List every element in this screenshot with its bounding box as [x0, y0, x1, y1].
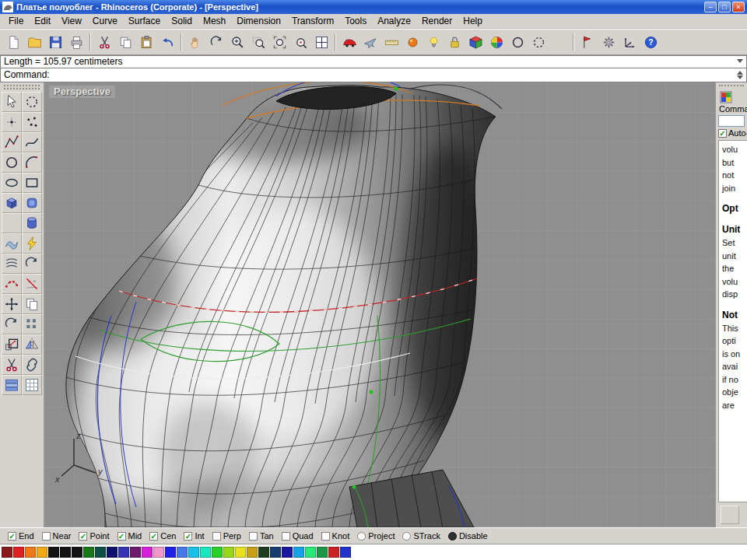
print-button[interactable] — [66, 32, 86, 52]
tool-grid-button[interactable] — [22, 375, 42, 395]
command-help-search-input[interactable] — [718, 115, 745, 127]
osnap-point-checkbox[interactable] — [79, 532, 87, 541]
palette-color[interactable] — [118, 547, 129, 558]
osnap-cen-checkbox[interactable] — [149, 532, 158, 541]
toolbar-drag-grip[interactable] — [4, 85, 40, 89]
flag-button[interactable] — [577, 32, 598, 52]
dashed-circle-button[interactable] — [528, 32, 549, 52]
menu-item-curve[interactable]: Curve — [87, 14, 123, 28]
tool-select-button[interactable] — [2, 92, 22, 112]
options-button[interactable] — [598, 32, 619, 52]
palette-color[interactable] — [247, 547, 258, 558]
spinner-up-icon[interactable] — [737, 71, 743, 75]
help-content[interactable]: volu but not join Opt Unit Set unit the … — [718, 140, 747, 502]
osnap-tan-checkbox[interactable] — [249, 532, 258, 541]
palette-color[interactable] — [107, 547, 117, 558]
undo-button[interactable] — [157, 32, 177, 52]
palette-color[interactable] — [188, 547, 199, 558]
menu-item-analyze[interactable]: Analyze — [372, 14, 416, 28]
menu-item-render[interactable]: Render — [416, 14, 458, 28]
render-preview-button[interactable] — [402, 32, 423, 52]
perspective-viewport[interactable]: z y x Perspective — [44, 82, 715, 527]
tool-points-button[interactable] — [22, 112, 42, 132]
menu-item-surface[interactable]: Surface — [123, 14, 166, 28]
tool-array-button[interactable] — [22, 314, 42, 334]
ruler-button[interactable] — [381, 32, 402, 52]
menu-item-help[interactable]: Help — [458, 14, 488, 28]
menu-item-transform[interactable]: Transform — [286, 14, 339, 28]
tool-circle-button[interactable] — [2, 152, 22, 173]
lock-button[interactable] — [444, 32, 465, 52]
palette-color[interactable] — [95, 547, 106, 558]
cut-button[interactable] — [94, 32, 114, 52]
tool-ellipse-button[interactable] — [2, 173, 22, 193]
palette-color[interactable] — [83, 547, 94, 558]
tool-box-button[interactable] — [2, 193, 22, 213]
titlebar[interactable]: Платье полуоблег - Rhinoceros (Corporate… — [0, 0, 747, 14]
copy-button[interactable] — [115, 32, 135, 52]
menu-item-solid[interactable]: Solid — [166, 14, 198, 28]
pan-button[interactable] — [185, 32, 205, 52]
menu-item-file[interactable]: File — [3, 14, 29, 28]
osnap-project[interactable]: Project — [357, 531, 395, 541]
help-topics-button[interactable] — [721, 506, 739, 524]
palette-color[interactable] — [37, 547, 47, 558]
layers-button[interactable] — [465, 32, 486, 52]
maximize-button[interactable]: □ — [718, 2, 731, 12]
palette-color[interactable] — [235, 547, 246, 558]
panel-drag-grip[interactable] — [719, 85, 744, 89]
tool-explode-button[interactable] — [22, 233, 42, 254]
tool-copy-button[interactable] — [22, 294, 42, 314]
open-button[interactable] — [24, 32, 44, 52]
osnap-near[interactable]: Near — [42, 531, 72, 541]
autocomplete-checkbox[interactable] — [718, 129, 727, 138]
palette-color[interactable] — [223, 547, 234, 558]
spinner-down-icon[interactable] — [737, 75, 743, 79]
tool-points-off-button[interactable] — [22, 274, 42, 294]
zoom-window-button[interactable] — [248, 32, 268, 52]
tool-move-button[interactable] — [2, 294, 22, 314]
tool-rectangle-button[interactable] — [22, 173, 42, 193]
zoom-extents-button[interactable] — [269, 32, 289, 52]
osnap-near-checkbox[interactable] — [42, 532, 51, 541]
osnap-knot[interactable]: Knot — [321, 531, 350, 541]
tool-arc-button[interactable] — [22, 152, 42, 173]
palette-color[interactable] — [305, 547, 316, 558]
help-button[interactable] — [640, 32, 661, 52]
move-axes-button[interactable] — [619, 32, 640, 52]
zoom-target-button[interactable] — [290, 32, 310, 52]
command-line[interactable]: Command: — [0, 68, 747, 82]
tool-lasso-button[interactable] — [22, 92, 42, 112]
close-button[interactable]: × — [732, 2, 745, 12]
tool-trim-button[interactable] — [2, 355, 22, 375]
tool-revolve-button[interactable] — [22, 254, 42, 274]
osnap-disable[interactable]: Disable — [448, 531, 488, 541]
palette-color[interactable] — [165, 547, 176, 558]
palette-color[interactable] — [153, 547, 164, 558]
palette-color[interactable] — [25, 547, 36, 558]
palette-color[interactable] — [177, 547, 188, 558]
tool-sphere-button[interactable] — [2, 213, 22, 233]
tool-scale-button[interactable] — [2, 334, 22, 355]
palette-color[interactable] — [258, 547, 269, 558]
menu-item-tools[interactable]: Tools — [339, 14, 372, 28]
osnap-cen[interactable]: Cen — [149, 531, 176, 541]
palette-color[interactable] — [328, 547, 339, 558]
osnap-end[interactable]: End — [8, 531, 34, 541]
tool-loft-button[interactable] — [2, 254, 22, 274]
osnap-int[interactable]: Int — [184, 531, 204, 541]
palette-color[interactable] — [317, 547, 328, 558]
minimize-button[interactable]: – — [704, 2, 717, 12]
osnap-point[interactable]: Point — [79, 531, 109, 541]
palette-color[interactable] — [293, 547, 304, 558]
palette-color[interactable] — [130, 547, 141, 558]
color-wheel-button[interactable] — [486, 32, 507, 52]
menu-item-edit[interactable]: Edit — [29, 14, 56, 28]
menu-item-view[interactable]: View — [56, 14, 87, 28]
tool-mirror-button[interactable] — [22, 334, 42, 355]
tool-polyline-button[interactable] — [2, 132, 22, 152]
rotate-view-button[interactable] — [206, 32, 226, 52]
save-button[interactable] — [45, 32, 65, 52]
osnap-quad[interactable]: Quad — [282, 531, 314, 541]
zoom-dynamic-button[interactable] — [227, 32, 247, 52]
